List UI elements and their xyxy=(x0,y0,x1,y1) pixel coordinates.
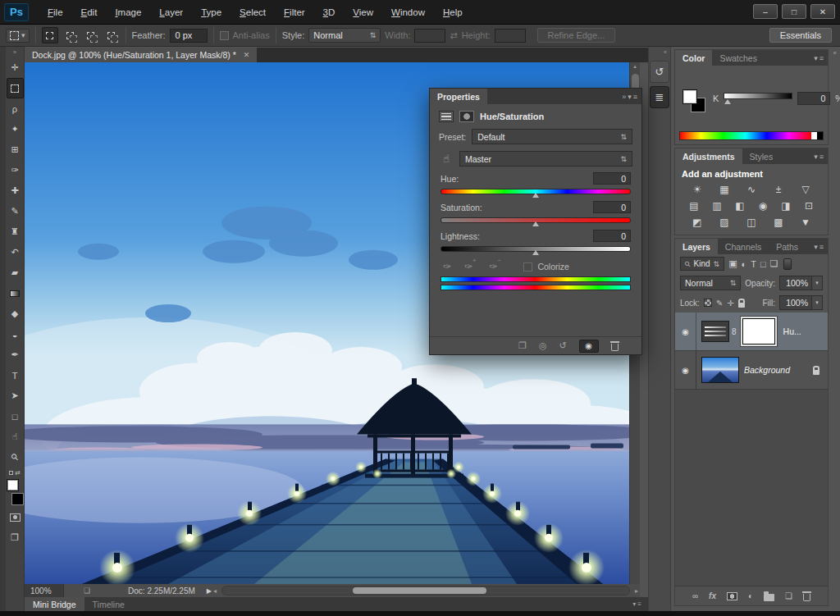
menu-3d[interactable]: 3D xyxy=(314,0,345,25)
width-input[interactable] xyxy=(414,29,445,43)
tab-mini-bridge[interactable]: Mini Bridge xyxy=(25,597,84,611)
clip-to-layer-button[interactable]: ❐ xyxy=(518,340,527,351)
document-tab[interactable]: Dock.jpg @ 100% (Hue/Saturation 1, Layer… xyxy=(25,48,257,62)
collapse-icon[interactable]: » xyxy=(622,93,626,101)
shape-tool[interactable]: □ xyxy=(7,406,24,427)
opacity-field[interactable]: 100% ▾ xyxy=(779,276,823,290)
lightness-slider-thumb[interactable] xyxy=(532,250,539,255)
k-slider-track[interactable] xyxy=(724,93,792,99)
layer-visibility-toggle[interactable]: ◉ xyxy=(675,351,696,389)
saturation-slider-thumb[interactable] xyxy=(532,221,539,226)
path-selection-tool[interactable]: ➤ xyxy=(7,386,24,406)
selective-color-icon[interactable]: ▼ xyxy=(798,217,813,228)
menu-window[interactable]: Window xyxy=(382,0,434,25)
tab-swatches[interactable]: Swatches xyxy=(712,50,765,66)
scroll-up-icon[interactable]: ▴ xyxy=(633,62,637,71)
lock-position-icon[interactable]: ✛ xyxy=(727,299,733,308)
adjustment-layer-thumbnail[interactable] xyxy=(701,321,729,342)
menu-view[interactable]: View xyxy=(344,0,382,25)
k-slider-thumb[interactable] xyxy=(724,99,731,104)
color-balance-icon[interactable]: ▥ xyxy=(710,200,724,212)
curves-icon[interactable]: ∿ xyxy=(744,184,759,195)
tab-layers[interactable]: Layers xyxy=(675,239,718,254)
background-layer-thumbnail[interactable] xyxy=(701,357,739,383)
swap-dimensions-icon[interactable]: ⇄ xyxy=(450,30,457,41)
properties-panel-header[interactable]: Properties » ▾ ≡ xyxy=(430,89,641,104)
channel-mixer-icon[interactable]: ◨ xyxy=(778,200,793,212)
menu-file[interactable]: File xyxy=(39,0,72,25)
opacity-value[interactable]: 100% xyxy=(779,276,812,290)
delete-layer-button[interactable] xyxy=(803,594,810,601)
default-colors-icon[interactable] xyxy=(9,471,13,475)
filter-smart-objects-icon[interactable]: ❏ xyxy=(770,258,778,269)
feather-input[interactable]: 0 px xyxy=(170,29,208,43)
refine-edge-button[interactable]: Refine Edge... xyxy=(537,28,616,43)
colorize-checkbox[interactable] xyxy=(523,262,532,271)
swap-colors-icon[interactable]: ⇄ xyxy=(15,469,21,477)
tab-properties[interactable]: Properties xyxy=(430,89,487,104)
selection-new-button[interactable] xyxy=(42,27,58,43)
exposure-icon[interactable]: ± xyxy=(771,184,786,195)
preset-dropdown[interactable]: Default ⇅ xyxy=(472,129,632,144)
photo-filter-icon[interactable]: ◉ xyxy=(756,200,770,212)
blur-tool[interactable]: ◆ xyxy=(7,303,24,324)
healing-brush-tool[interactable]: ✚ xyxy=(7,180,24,201)
menu-layer[interactable]: Layer xyxy=(150,0,192,25)
layer-visibility-toggle[interactable]: ◉ xyxy=(675,313,696,350)
fill-field[interactable]: 100% ▾ xyxy=(779,295,823,310)
new-group-button[interactable] xyxy=(764,594,774,601)
black-white-icon[interactable]: ◧ xyxy=(733,200,747,212)
new-adjustment-layer-button[interactable]: ◐ xyxy=(748,591,753,600)
layer-mask-thumbnail[interactable] xyxy=(743,319,774,344)
posterize-icon[interactable]: ▨ xyxy=(717,217,732,228)
layer-row-hue-saturation[interactable]: ◉ 8 Hu... xyxy=(675,313,828,351)
spectrum-white-swatch[interactable] xyxy=(811,132,817,139)
dodge-tool[interactable]: ◒ xyxy=(7,324,24,345)
tab-styles[interactable]: Styles xyxy=(742,148,781,164)
filter-adjustment-layers-icon[interactable]: ◐ xyxy=(742,259,747,269)
layer-name[interactable]: Background xyxy=(744,365,790,375)
panel-menu-button[interactable]: ▾ ≡ xyxy=(810,239,828,254)
dock-collapse-icon[interactable]: « xyxy=(649,47,670,57)
lock-pixels-icon[interactable]: ✎ xyxy=(716,299,723,308)
type-tool[interactable]: T xyxy=(7,365,24,386)
layer-name[interactable]: Hu... xyxy=(783,326,801,336)
hue-saturation-icon[interactable]: ▤ xyxy=(687,200,701,212)
lock-all-icon[interactable] xyxy=(738,303,745,308)
eyedropper-tool[interactable]: ✑ xyxy=(7,160,24,180)
eyedropper-sample-icon[interactable]: ✑ xyxy=(443,261,451,272)
levels-icon[interactable]: ▦ xyxy=(717,184,732,195)
delete-adjustment-button[interactable] xyxy=(611,344,619,351)
rectangular-marquee-tool[interactable] xyxy=(7,78,24,98)
tools-collapse-icon[interactable]: » xyxy=(6,47,24,57)
workspace-switcher-button[interactable]: Essentials xyxy=(769,28,832,43)
quick-selection-tool[interactable]: ✦ xyxy=(7,119,24,139)
tab-color[interactable]: Color xyxy=(675,50,712,66)
mask-link-icon[interactable]: 8 xyxy=(732,327,737,336)
k-slider[interactable] xyxy=(724,93,792,104)
panel-menu-button[interactable]: ▾ ≡ xyxy=(810,148,828,164)
add-layer-mask-button[interactable] xyxy=(727,592,737,600)
eyedropper-subtract-icon[interactable]: ✑− xyxy=(489,261,500,272)
menu-select[interactable]: Select xyxy=(231,0,275,25)
hue-slider-thumb[interactable] xyxy=(532,193,539,198)
height-input[interactable] xyxy=(495,29,526,43)
spectrum-gradient[interactable] xyxy=(680,132,811,139)
filter-type-layers-icon[interactable]: T xyxy=(751,259,756,269)
tool-preset-picker[interactable]: ▾ xyxy=(6,29,30,43)
menu-arrow-icon[interactable]: ▾ xyxy=(628,93,632,101)
scroll-left-icon[interactable]: ◂ xyxy=(212,587,218,595)
layer-filter-kind-dropdown[interactable]: ⚲ Kind ⇅ xyxy=(680,257,724,271)
menu-type[interactable]: Type xyxy=(192,0,231,25)
panel-menu-button[interactable]: ▾ ≡ xyxy=(810,50,828,66)
tab-adjustments[interactable]: Adjustments xyxy=(675,148,742,164)
lasso-tool[interactable]: ρ xyxy=(7,98,24,119)
view-previous-state-button[interactable]: ◎ xyxy=(539,340,547,351)
lightness-slider[interactable] xyxy=(441,244,631,256)
toggle-visibility-button[interactable]: ◉ xyxy=(579,340,599,353)
tab-channels[interactable]: Channels xyxy=(718,239,769,254)
clone-stamp-tool[interactable]: ♜ xyxy=(7,221,24,242)
eyedropper-add-icon[interactable]: ✑+ xyxy=(464,261,476,272)
filter-pixel-layers-icon[interactable]: ▣ xyxy=(728,258,737,269)
menu-filter[interactable]: Filter xyxy=(275,0,314,25)
